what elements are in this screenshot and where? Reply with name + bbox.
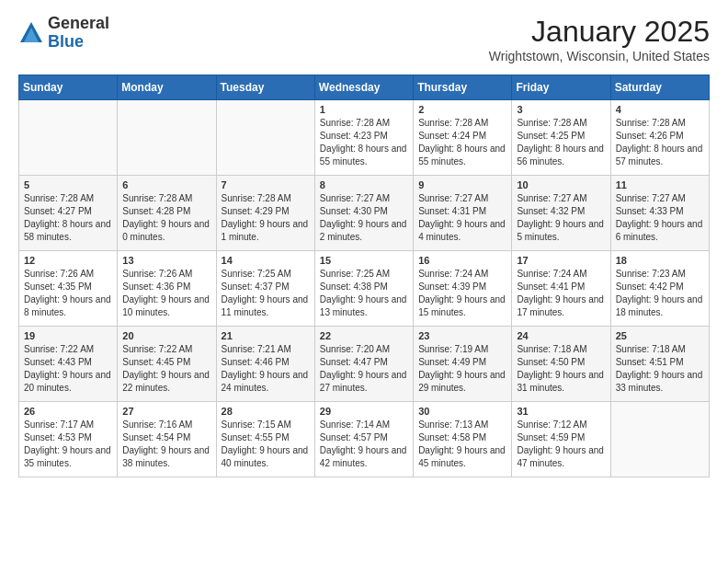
day-number: 12 (24, 255, 112, 266)
calendar-week-5: 26Sunrise: 7:17 AMSunset: 4:53 PMDayligh… (19, 402, 710, 477)
day-detail: Sunrise: 7:19 AMSunset: 4:49 PMDaylight:… (418, 343, 506, 395)
day-number: 15 (320, 255, 408, 266)
calendar-cell: 5Sunrise: 7:28 AMSunset: 4:27 PMDaylight… (19, 176, 118, 251)
calendar-cell: 20Sunrise: 7:22 AMSunset: 4:45 PMDayligh… (118, 327, 216, 402)
calendar-cell: 18Sunrise: 7:23 AMSunset: 4:42 PMDayligh… (610, 251, 709, 327)
day-number: 17 (517, 255, 605, 266)
day-number: 8 (320, 179, 408, 190)
calendar-cell: 25Sunrise: 7:18 AMSunset: 4:51 PMDayligh… (610, 327, 709, 402)
calendar-table: Sunday Monday Tuesday Wednesday Thursday… (18, 75, 710, 477)
day-detail: Sunrise: 7:28 AMSunset: 4:27 PMDaylight:… (24, 192, 112, 244)
calendar-cell (610, 402, 709, 477)
calendar-cell: 9Sunrise: 7:27 AMSunset: 4:31 PMDaylight… (414, 176, 512, 251)
day-number: 5 (24, 179, 112, 190)
logo-blue: Blue (48, 33, 109, 52)
day-detail: Sunrise: 7:27 AMSunset: 4:31 PMDaylight:… (418, 192, 506, 244)
day-detail: Sunrise: 7:18 AMSunset: 4:50 PMDaylight:… (517, 343, 605, 395)
day-detail: Sunrise: 7:12 AMSunset: 4:59 PMDaylight:… (517, 419, 605, 470)
day-detail: Sunrise: 7:28 AMSunset: 4:24 PMDaylight:… (418, 117, 506, 168)
col-monday: Monday (118, 75, 216, 100)
day-number: 19 (24, 330, 112, 341)
col-thursday: Thursday (414, 75, 512, 100)
calendar-header: Sunday Monday Tuesday Wednesday Thursday… (19, 75, 710, 100)
day-number: 2 (418, 104, 506, 115)
logo: General Blue (18, 15, 109, 52)
calendar-cell: 17Sunrise: 7:24 AMSunset: 4:41 PMDayligh… (512, 251, 610, 327)
day-number: 9 (418, 179, 506, 190)
calendar-cell (216, 100, 314, 176)
calendar-cell: 7Sunrise: 7:28 AMSunset: 4:29 PMDaylight… (216, 176, 314, 251)
day-number: 29 (320, 406, 408, 417)
day-detail: Sunrise: 7:17 AMSunset: 4:53 PMDaylight:… (24, 419, 112, 470)
calendar-cell: 4Sunrise: 7:28 AMSunset: 4:26 PMDaylight… (610, 100, 709, 176)
col-saturday: Saturday (610, 75, 709, 100)
calendar-cell: 16Sunrise: 7:24 AMSunset: 4:39 PMDayligh… (414, 251, 512, 327)
day-detail: Sunrise: 7:28 AMSunset: 4:25 PMDaylight:… (517, 117, 605, 168)
calendar-cell: 10Sunrise: 7:27 AMSunset: 4:32 PMDayligh… (512, 176, 610, 251)
calendar-cell: 14Sunrise: 7:25 AMSunset: 4:37 PMDayligh… (216, 251, 314, 327)
calendar-cell: 26Sunrise: 7:17 AMSunset: 4:53 PMDayligh… (19, 402, 118, 477)
day-detail: Sunrise: 7:26 AMSunset: 4:36 PMDaylight:… (122, 268, 210, 319)
day-detail: Sunrise: 7:28 AMSunset: 4:26 PMDaylight:… (616, 117, 704, 168)
day-detail: Sunrise: 7:27 AMSunset: 4:33 PMDaylight:… (616, 192, 704, 244)
day-number: 25 (616, 330, 704, 341)
day-detail: Sunrise: 7:15 AMSunset: 4:55 PMDaylight:… (222, 419, 310, 470)
calendar-week-3: 12Sunrise: 7:26 AMSunset: 4:35 PMDayligh… (19, 251, 710, 327)
day-number: 28 (222, 406, 310, 417)
day-number: 30 (418, 406, 506, 417)
calendar-week-1: 1Sunrise: 7:28 AMSunset: 4:23 PMDaylight… (19, 100, 710, 176)
calendar-cell: 30Sunrise: 7:13 AMSunset: 4:58 PMDayligh… (414, 402, 512, 477)
calendar-week-4: 19Sunrise: 7:22 AMSunset: 4:43 PMDayligh… (19, 327, 710, 402)
day-detail: Sunrise: 7:24 AMSunset: 4:39 PMDaylight:… (418, 268, 506, 319)
day-number: 20 (122, 330, 210, 341)
day-detail: Sunrise: 7:16 AMSunset: 4:54 PMDaylight:… (122, 419, 210, 470)
day-number: 7 (222, 179, 310, 190)
calendar-cell: 12Sunrise: 7:26 AMSunset: 4:35 PMDayligh… (19, 251, 118, 327)
day-number: 1 (320, 104, 408, 115)
day-number: 26 (24, 406, 112, 417)
calendar-cell: 23Sunrise: 7:19 AMSunset: 4:49 PMDayligh… (414, 327, 512, 402)
day-number: 6 (122, 179, 210, 190)
day-detail: Sunrise: 7:14 AMSunset: 4:57 PMDaylight:… (320, 419, 408, 470)
day-detail: Sunrise: 7:26 AMSunset: 4:35 PMDaylight:… (24, 268, 112, 319)
day-number: 18 (616, 255, 704, 266)
calendar-cell: 21Sunrise: 7:21 AMSunset: 4:46 PMDayligh… (216, 327, 314, 402)
col-wednesday: Wednesday (314, 75, 413, 100)
day-detail: Sunrise: 7:18 AMSunset: 4:51 PMDaylight:… (616, 343, 704, 395)
day-detail: Sunrise: 7:24 AMSunset: 4:41 PMDaylight:… (517, 268, 605, 319)
calendar-cell: 1Sunrise: 7:28 AMSunset: 4:23 PMDaylight… (314, 100, 413, 176)
day-number: 4 (616, 104, 704, 115)
day-detail: Sunrise: 7:27 AMSunset: 4:32 PMDaylight:… (517, 192, 605, 244)
calendar-cell (19, 100, 118, 176)
day-number: 11 (616, 179, 704, 190)
col-sunday: Sunday (19, 75, 118, 100)
day-number: 21 (222, 330, 310, 341)
calendar-cell: 3Sunrise: 7:28 AMSunset: 4:25 PMDaylight… (512, 100, 610, 176)
day-detail: Sunrise: 7:28 AMSunset: 4:28 PMDaylight:… (122, 192, 210, 244)
location: Wrightstown, Wisconsin, United States (489, 49, 710, 63)
day-number: 24 (517, 330, 605, 341)
logo-icon (18, 20, 44, 46)
calendar-cell: 31Sunrise: 7:12 AMSunset: 4:59 PMDayligh… (512, 402, 610, 477)
calendar-cell: 2Sunrise: 7:28 AMSunset: 4:24 PMDaylight… (414, 100, 512, 176)
day-detail: Sunrise: 7:22 AMSunset: 4:43 PMDaylight:… (24, 343, 112, 395)
day-detail: Sunrise: 7:22 AMSunset: 4:45 PMDaylight:… (122, 343, 210, 395)
calendar-cell: 24Sunrise: 7:18 AMSunset: 4:50 PMDayligh… (512, 327, 610, 402)
day-number: 14 (222, 255, 310, 266)
day-number: 16 (418, 255, 506, 266)
day-detail: Sunrise: 7:13 AMSunset: 4:58 PMDaylight:… (418, 419, 506, 470)
day-number: 22 (320, 330, 408, 341)
day-detail: Sunrise: 7:25 AMSunset: 4:37 PMDaylight:… (222, 268, 310, 319)
logo-text: General Blue (48, 15, 109, 52)
day-detail: Sunrise: 7:20 AMSunset: 4:47 PMDaylight:… (320, 343, 408, 395)
day-number: 10 (517, 179, 605, 190)
day-detail: Sunrise: 7:23 AMSunset: 4:42 PMDaylight:… (616, 268, 704, 319)
col-tuesday: Tuesday (216, 75, 314, 100)
day-detail: Sunrise: 7:28 AMSunset: 4:23 PMDaylight:… (320, 117, 408, 168)
title-block: January 2025 Wrightstown, Wisconsin, Uni… (489, 15, 710, 63)
day-number: 23 (418, 330, 506, 341)
day-detail: Sunrise: 7:28 AMSunset: 4:29 PMDaylight:… (222, 192, 310, 244)
day-number: 3 (517, 104, 605, 115)
calendar-cell: 6Sunrise: 7:28 AMSunset: 4:28 PMDaylight… (118, 176, 216, 251)
page-header: General Blue January 2025 Wrightstown, W… (18, 15, 710, 63)
